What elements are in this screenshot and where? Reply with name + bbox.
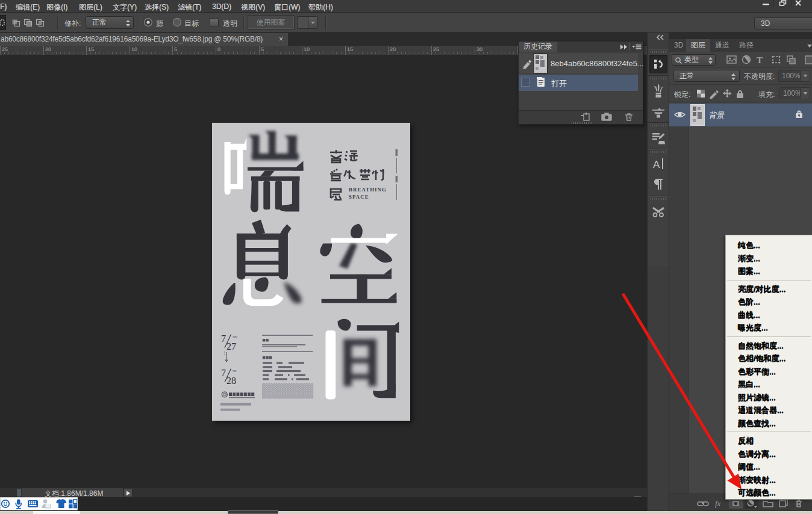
svg-text:27: 27 — [226, 341, 236, 351]
svg-text:FRI: FRI — [233, 370, 237, 373]
svg-text:7: 7 — [221, 368, 226, 378]
svg-text:7: 7 — [221, 333, 226, 344]
svg-text:13: 13 — [46, 504, 49, 508]
svg-text:BREATHING: BREATHING — [349, 187, 387, 193]
svg-text:T: T — [757, 55, 763, 65]
svg-text:28: 28 — [226, 376, 236, 386]
svg-text:A: A — [653, 159, 660, 170]
svg-text:SPACE: SPACE — [349, 194, 369, 200]
svg-text:fx: fx — [715, 499, 721, 508]
svg-text:THU: THU — [233, 335, 237, 338]
